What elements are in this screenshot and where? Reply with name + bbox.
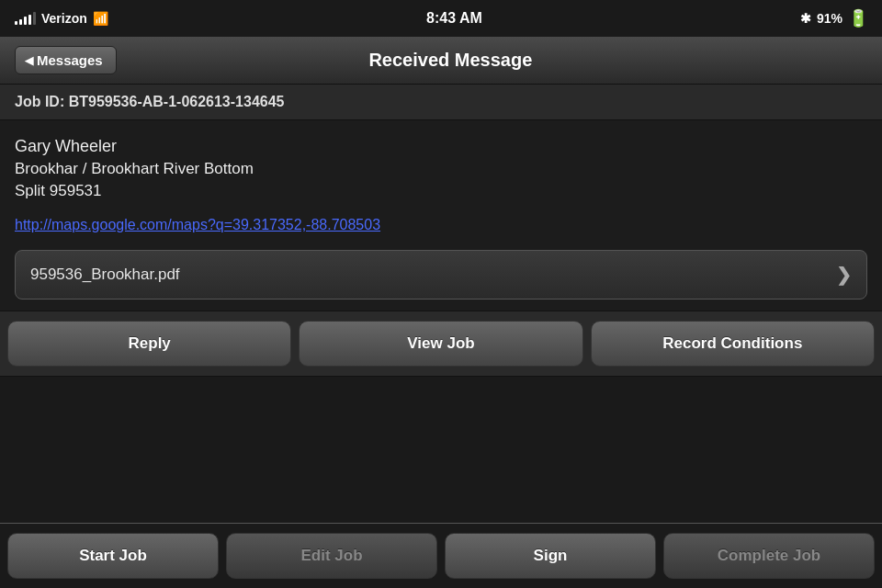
- job-id-text: Job ID: BT959536-AB-1-062613-134645: [15, 94, 284, 109]
- signal-icon: [15, 12, 36, 25]
- messages-back-button[interactable]: Messages: [15, 46, 117, 74]
- record-conditions-button[interactable]: Record Conditions: [591, 321, 875, 367]
- status-bar: Verizon 📶 8:43 AM ✱ 91% 🔋: [0, 0, 882, 37]
- main-content: Job ID: BT959536-AB-1-062613-134645 Gary…: [0, 85, 882, 588]
- sign-button[interactable]: Sign: [445, 533, 656, 579]
- carrier-label: Verizon: [41, 11, 87, 26]
- status-left: Verizon 📶: [15, 11, 108, 26]
- pdf-attachment[interactable]: 959536_Brookhar.pdf ❯: [15, 250, 867, 300]
- content-area: Gary Wheeler Brookhar / Brookhart River …: [0, 120, 882, 311]
- bluetooth-icon: ✱: [800, 11, 811, 26]
- split-line: Split 959531: [15, 182, 867, 200]
- status-right: ✱ 91% 🔋: [800, 8, 867, 28]
- reply-button[interactable]: Reply: [7, 321, 291, 367]
- edit-job-button[interactable]: Edit Job: [226, 533, 437, 579]
- map-link[interactable]: http://maps.google.com/maps?q=39.317352,…: [15, 217, 867, 233]
- action-row-2: Start Job Edit Job Sign Complete Job: [0, 523, 882, 588]
- contact-name: Gary Wheeler: [15, 137, 867, 156]
- pdf-filename: 959536_Brookhar.pdf: [30, 266, 180, 284]
- wifi-icon: 📶: [93, 11, 108, 26]
- battery-percent: 91%: [817, 11, 842, 26]
- view-job-button[interactable]: View Job: [299, 321, 582, 367]
- nav-title: Received Message: [117, 50, 785, 71]
- chevron-right-icon: ❯: [836, 264, 852, 286]
- action-row-1: Reply View Job Record Conditions: [0, 311, 882, 377]
- status-time: 8:43 AM: [426, 10, 482, 27]
- nav-bar: Messages Received Message: [0, 37, 882, 85]
- location-line: Brookhar / Brookhart River Bottom: [15, 160, 867, 178]
- battery-icon: 🔋: [848, 8, 867, 28]
- job-id-banner: Job ID: BT959536-AB-1-062613-134645: [0, 85, 882, 120]
- complete-job-button[interactable]: Complete Job: [663, 533, 875, 579]
- scrollable-content: Job ID: BT959536-AB-1-062613-134645 Gary…: [0, 85, 882, 588]
- start-job-button[interactable]: Start Job: [7, 533, 219, 579]
